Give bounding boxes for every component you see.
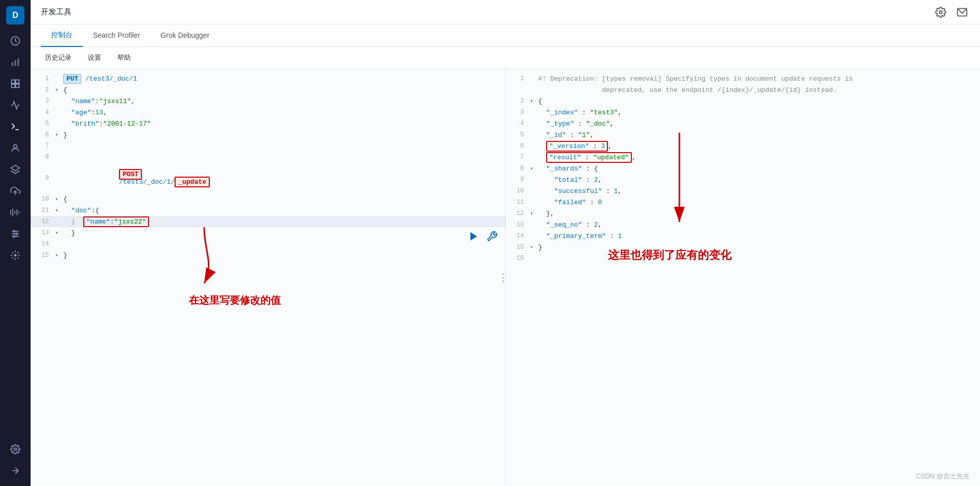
right-code-editor[interactable]: 1 #! Deprecation: [types removal] Specif… xyxy=(506,69,981,268)
right-line-9: 9 "total" : 2, xyxy=(506,174,981,185)
watermark: CSDN @吉士先生 xyxy=(916,472,970,481)
right-line-8: 8 ▾ "_shards" : { xyxy=(506,163,981,174)
code-line-2: 2 ▾ { xyxy=(31,84,505,95)
right-line-16: 16 xyxy=(506,253,981,264)
svg-rect-3 xyxy=(17,59,19,66)
code-line-7: 7 xyxy=(31,140,505,152)
header-settings-icon[interactable] xyxy=(933,5,948,20)
wrench-button[interactable] xyxy=(485,229,499,244)
svg-point-21 xyxy=(16,233,17,234)
sidebar-icon-layers[interactable] xyxy=(6,160,24,179)
code-line-12: 12 | "name":"jsxs22" xyxy=(31,216,505,227)
tab-profiler[interactable]: Search Profiler xyxy=(83,25,151,46)
svg-rect-5 xyxy=(16,80,19,84)
main-content: 开发工具 控制台 Search Profiler Grok Debugger 历… xyxy=(31,0,980,486)
tab-grok[interactable]: Grok Debugger xyxy=(151,25,220,46)
run-button[interactable] xyxy=(467,229,481,244)
right-line-15: 15 ▾ } xyxy=(506,241,981,253)
right-line-2: 2 ▾ { xyxy=(506,95,981,107)
svg-marker-28 xyxy=(470,232,477,241)
sidebar-icon-user[interactable] xyxy=(6,139,24,157)
code-line-5: 5 "brith":"2001-12-17" xyxy=(31,118,505,129)
svg-marker-10 xyxy=(11,165,20,171)
left-code-editor[interactable]: 1 PUT /test3/_doc/1 2 ▾ { 3 "name" xyxy=(31,69,505,265)
sidebar-icon-signal[interactable] xyxy=(6,203,24,222)
line-num-1: 1 xyxy=(35,75,49,82)
code-line-4: 4 "age":13, xyxy=(31,107,505,118)
right-line-13: 13 "_seq_no" : 2, xyxy=(506,219,981,230)
code-line-3: 3 "name":"jsxs11", xyxy=(31,95,505,107)
right-line-7: 7 "result" : "updated", xyxy=(506,152,981,163)
top-header: 开发工具 xyxy=(31,0,980,25)
sidebar-icon-chart[interactable] xyxy=(6,96,24,114)
right-line-5: 5 "_id" : "1", xyxy=(506,129,981,140)
sidebar-icon-settings[interactable] xyxy=(6,440,24,458)
svg-rect-2 xyxy=(14,60,16,66)
toolbar-settings[interactable]: 设置 xyxy=(84,51,105,64)
sidebar-icon-upload[interactable] xyxy=(6,182,24,200)
sidebar-icon-ai[interactable] xyxy=(6,246,24,264)
panel-divider xyxy=(502,273,504,282)
toolbar-help[interactable]: 帮助 xyxy=(113,51,135,64)
svg-rect-6 xyxy=(12,84,15,88)
app-logo[interactable]: D xyxy=(6,6,24,25)
svg-point-20 xyxy=(13,230,15,232)
sidebar-icon-tune[interactable] xyxy=(6,225,24,243)
svg-point-22 xyxy=(13,235,15,237)
sidebar-icon-clock[interactable] xyxy=(6,32,24,50)
code-line-13: 13 ▾ } xyxy=(31,227,505,238)
svg-point-24 xyxy=(14,448,17,451)
sidebar-icon-console[interactable] xyxy=(6,117,24,136)
left-panel: 1 PUT /test3/_doc/1 2 ▾ { 3 "name" xyxy=(31,69,506,486)
code-line-8: 8 xyxy=(31,152,505,163)
header-mail-icon[interactable] xyxy=(954,5,970,20)
toolbar: 历史记录 设置 帮助 xyxy=(31,47,980,69)
code-line-9: 9 POST /test3/_doc/1/_update xyxy=(31,163,505,193)
app-title: 开发工具 xyxy=(41,7,71,17)
svg-point-9 xyxy=(14,144,17,148)
editor-actions xyxy=(467,229,499,244)
right-line-6: 6 "_version" : 3, xyxy=(506,140,981,152)
right-line-11: 11 "failed" : 0 xyxy=(506,197,981,208)
left-annotation-text: 在这里写要修改的值 xyxy=(189,294,281,307)
code-line-1: 1 PUT /test3/_doc/1 xyxy=(31,73,505,84)
svg-rect-1 xyxy=(12,62,13,66)
sidebar-icon-analytics[interactable] xyxy=(6,53,24,71)
tabs-bar: 控制台 Search Profiler Grok Debugger xyxy=(31,25,980,47)
editor-area: 1 PUT /test3/_doc/1 2 ▾ { 3 "name" xyxy=(31,69,980,486)
toolbar-history[interactable]: 历史记录 xyxy=(41,51,76,64)
svg-point-23 xyxy=(14,254,17,257)
sidebar-icon-arrow-right[interactable] xyxy=(6,461,24,480)
code-line-11: 11 ▾ "doc":{ xyxy=(31,205,505,216)
code-line-15: 15 ▾ } xyxy=(31,250,505,261)
sidebar: D xyxy=(0,0,31,486)
right-line-1: 1 #! Deprecation: [types removal] Specif… xyxy=(506,73,981,84)
code-line-14: 14 xyxy=(31,238,505,250)
right-line-3: 3 "_index" : "test3", xyxy=(506,107,981,118)
tab-console[interactable]: 控制台 xyxy=(41,25,83,47)
sidebar-icon-grid[interactable] xyxy=(6,75,24,93)
code-line-6: 6 ▾ } xyxy=(31,129,505,140)
header-icons xyxy=(933,5,970,20)
svg-point-26 xyxy=(939,11,942,14)
right-line-1b: 1 deprecated, use the endpoint /{index}/… xyxy=(506,84,981,95)
right-line-4: 4 "_type" : "_doc", xyxy=(506,118,981,129)
right-line-12: 12 ▾ }, xyxy=(506,208,981,219)
svg-rect-4 xyxy=(12,80,15,84)
code-line-10: 10 ▾ { xyxy=(31,193,505,205)
right-panel: 1 #! Deprecation: [types removal] Specif… xyxy=(506,69,981,486)
svg-rect-7 xyxy=(16,84,19,88)
right-line-14: 14 "_primary_term" : 1 xyxy=(506,230,981,241)
right-line-10: 10 "successful" : 1, xyxy=(506,185,981,197)
